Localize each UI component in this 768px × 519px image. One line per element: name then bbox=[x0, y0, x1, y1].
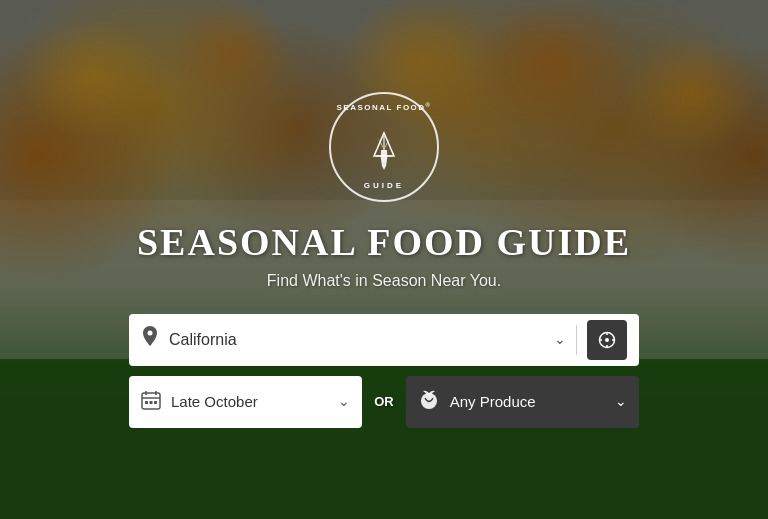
main-content: SEASONAL FOOD® GUIDE SEASONAL FOOD GUIDE… bbox=[0, 0, 768, 519]
main-title: SEASONAL FOOD GUIDE bbox=[137, 220, 631, 264]
svg-rect-13 bbox=[150, 401, 153, 404]
date-chevron-icon: ⌄ bbox=[338, 393, 350, 410]
logo: SEASONAL FOOD® GUIDE bbox=[329, 92, 439, 202]
produce-chevron-icon: ⌄ bbox=[615, 393, 627, 410]
location-icon bbox=[141, 326, 159, 353]
svg-rect-14 bbox=[154, 401, 157, 404]
location-bar: ⌄ bbox=[129, 314, 639, 366]
produce-dropdown[interactable]: Any Produce ⌄ bbox=[406, 376, 639, 428]
svg-rect-12 bbox=[145, 401, 148, 404]
date-label: Late October bbox=[171, 393, 328, 410]
svg-point-1 bbox=[148, 331, 153, 336]
calendar-icon bbox=[141, 390, 161, 414]
svg-point-3 bbox=[605, 338, 609, 342]
or-label: OR bbox=[374, 394, 394, 409]
location-input[interactable] bbox=[169, 331, 544, 349]
produce-label: Any Produce bbox=[450, 393, 605, 410]
date-dropdown[interactable]: Late October ⌄ bbox=[129, 376, 362, 428]
produce-icon bbox=[418, 388, 440, 415]
date-produce-row: Late October ⌄ OR Any Produce ⌄ bbox=[129, 376, 639, 428]
logo-top-text: SEASONAL FOOD® bbox=[336, 102, 431, 113]
subtitle: Find What's in Season Near You. bbox=[267, 272, 501, 290]
logo-icon bbox=[366, 128, 402, 174]
gps-button[interactable] bbox=[587, 320, 627, 360]
location-divider bbox=[576, 325, 577, 355]
logo-bottom-text: GUIDE bbox=[364, 181, 404, 190]
location-chevron-icon: ⌄ bbox=[554, 331, 566, 348]
search-section: ⌄ bbox=[129, 314, 639, 428]
